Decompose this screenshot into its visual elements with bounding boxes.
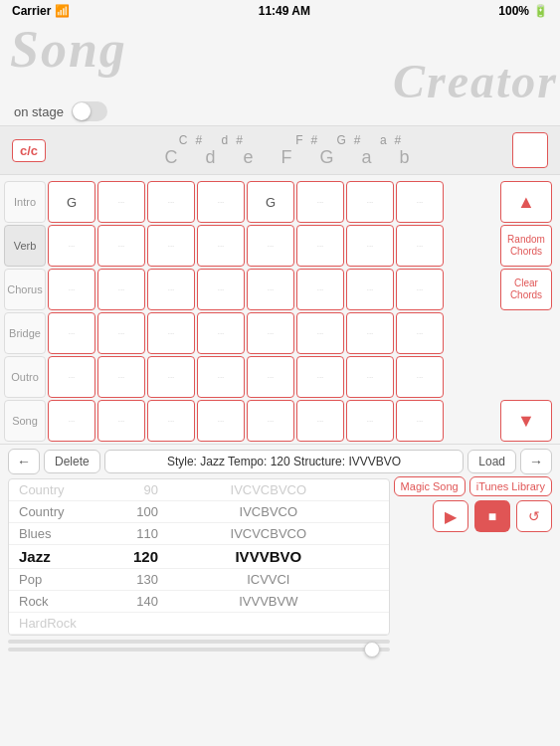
song-list-item-6[interactable]: HardRock (9, 613, 389, 635)
delete-button[interactable]: Delete (44, 450, 100, 473)
volume-slider[interactable] (8, 648, 390, 652)
on-stage-toggle[interactable] (72, 101, 107, 121)
battery-icon: 🔋 (533, 4, 548, 18)
status-right: 100% 🔋 (498, 4, 548, 18)
loop-button[interactable]: ↺ (516, 500, 552, 532)
song-list-item-2[interactable]: Blues 110 IVCVCBVCO (9, 523, 389, 545)
cell-1-1[interactable]: ··· (97, 225, 145, 267)
cell-4-7[interactable]: ··· (396, 356, 444, 398)
wifi-icon: 📶 (55, 4, 70, 18)
row-label-chorus[interactable]: Chorus (4, 269, 46, 310)
row-label-bridge[interactable]: Bridge (4, 312, 46, 354)
scroll-up-button[interactable]: ▲ (500, 181, 552, 223)
status-time: 11:49 AM (259, 4, 310, 18)
carrier-label: Carrier (12, 4, 51, 18)
cell-5-3[interactable]: ··· (197, 400, 245, 442)
play-button[interactable]: ▶ (433, 500, 468, 532)
cell-0-3[interactable]: ··· (197, 181, 245, 223)
cell-5-6[interactable]: ··· (346, 400, 394, 442)
grid-row-song: ··· ··· ··· ··· ··· ··· ··· ··· (48, 400, 498, 442)
grid-row-bridge: ··· ··· ··· ··· ··· ··· ··· ··· (48, 312, 498, 354)
cell-2-7[interactable]: ··· (396, 269, 444, 310)
row-label-outro[interactable]: Outro (4, 356, 46, 398)
cell-1-3[interactable]: ··· (197, 225, 245, 267)
cell-0-1[interactable]: ··· (97, 181, 145, 223)
cell-2-1[interactable]: ··· (97, 269, 145, 310)
cell-0-0[interactable]: G (48, 181, 95, 223)
row-label-verb[interactable]: Verb (4, 225, 46, 267)
cell-4-6[interactable]: ··· (346, 356, 394, 398)
cell-3-0[interactable]: ··· (48, 312, 95, 354)
cell-4-1[interactable]: ··· (97, 356, 145, 398)
song-list-item-4[interactable]: Pop 130 ICVVCI (9, 569, 389, 591)
cell-0-7[interactable]: ··· (396, 181, 444, 223)
cell-3-6[interactable]: ··· (346, 312, 394, 354)
cell-0-6[interactable]: ··· (346, 181, 394, 223)
cell-5-5[interactable]: ··· (296, 400, 344, 442)
cell-1-5[interactable]: ··· (296, 225, 344, 267)
cell-2-3[interactable]: ··· (197, 269, 245, 310)
cell-2-0[interactable]: ··· (48, 269, 95, 310)
cell-2-4[interactable]: ··· (247, 269, 294, 310)
progress-bar-area (8, 640, 390, 644)
cell-4-0[interactable]: ··· (48, 356, 95, 398)
volume-handle[interactable] (364, 642, 380, 657)
random-chords-button[interactable]: Random Chords (500, 225, 552, 267)
cell-1-6[interactable]: ··· (346, 225, 394, 267)
cell-3-1[interactable]: ··· (97, 312, 145, 354)
cell-3-7[interactable]: ··· (396, 312, 444, 354)
scroll-down-button[interactable]: ▼ (500, 400, 552, 442)
key-blank[interactable] (512, 132, 548, 168)
song-list: Country 90 IVCVCBVCO Country 100 IVCBVCO… (8, 478, 390, 636)
forward-button[interactable]: → (520, 449, 552, 474)
cell-3-3[interactable]: ··· (197, 312, 245, 354)
cell-5-1[interactable]: ··· (97, 400, 145, 442)
grid-row-chorus: ··· ··· ··· ··· ··· ··· ··· ··· (48, 269, 498, 310)
cell-3-5[interactable]: ··· (296, 312, 344, 354)
cell-3-4[interactable]: ··· (247, 312, 294, 354)
cell-1-7[interactable]: ··· (396, 225, 444, 267)
cell-2-6[interactable]: ··· (346, 269, 394, 310)
row-label-intro[interactable]: Intro (4, 181, 46, 223)
right-panel: Magic Song iTunes Library ▶ ■ ↺ (394, 476, 552, 652)
playback-controls: ▶ ■ ↺ (433, 500, 552, 532)
clear-chords-button[interactable]: Clear Chords (500, 269, 552, 310)
cell-4-5[interactable]: ··· (296, 356, 344, 398)
cell-5-7[interactable]: ··· (396, 400, 444, 442)
cell-0-4[interactable]: G (247, 181, 294, 223)
key-c-button[interactable]: c/c (12, 139, 46, 162)
magic-song-button[interactable]: Magic Song (394, 476, 466, 496)
stop-button[interactable]: ■ (474, 500, 510, 532)
cell-2-5[interactable]: ··· (296, 269, 344, 310)
song-list-item-0[interactable]: Country 90 IVCVCBVCO (9, 479, 389, 501)
cell-4-4[interactable]: ··· (247, 356, 294, 398)
cell-5-0[interactable]: ··· (48, 400, 95, 442)
right-controls: ▲ Random Chords Clear Chords ▼ (500, 181, 556, 442)
title-area: Song Creator (0, 22, 560, 99)
row-label-song[interactable]: Song (4, 400, 46, 442)
load-button[interactable]: Load (467, 450, 516, 473)
cell-5-2[interactable]: ··· (147, 400, 195, 442)
cell-5-4[interactable]: ··· (247, 400, 294, 442)
cell-1-0[interactable]: ··· (48, 225, 95, 267)
song-list-item-3[interactable]: Jazz 120 IVVVBVO (9, 545, 389, 569)
volume-row (8, 648, 390, 652)
cell-4-2[interactable]: ··· (147, 356, 195, 398)
cell-2-2[interactable]: ··· (147, 269, 195, 310)
song-list-item-1[interactable]: Country 100 IVCBVCO (9, 501, 389, 523)
cell-1-4[interactable]: ··· (247, 225, 294, 267)
title-creator: Creator (393, 58, 558, 99)
cell-0-5[interactable]: ··· (296, 181, 344, 223)
progress-track[interactable] (8, 640, 390, 644)
cell-3-2[interactable]: ··· (147, 312, 195, 354)
cell-4-3[interactable]: ··· (197, 356, 245, 398)
key-row: c/c C# d# F# G# a# C d e F G a b (12, 132, 548, 168)
song-list-item-5[interactable]: Rock 140 IVVVBVW (9, 591, 389, 613)
grid-row-verb: ··· ··· ··· ··· ··· ··· ··· ··· (48, 225, 498, 267)
cell-1-2[interactable]: ··· (147, 225, 195, 267)
key-sharps-row: C# d# F# G# a# (76, 133, 512, 147)
itunes-library-button[interactable]: iTunes Library (469, 476, 552, 496)
cell-0-2[interactable]: ··· (147, 181, 195, 223)
bottom-song-area: Country 90 IVCVCBVCO Country 100 IVCBVCO… (8, 476, 552, 652)
back-button[interactable]: ← (8, 449, 40, 474)
